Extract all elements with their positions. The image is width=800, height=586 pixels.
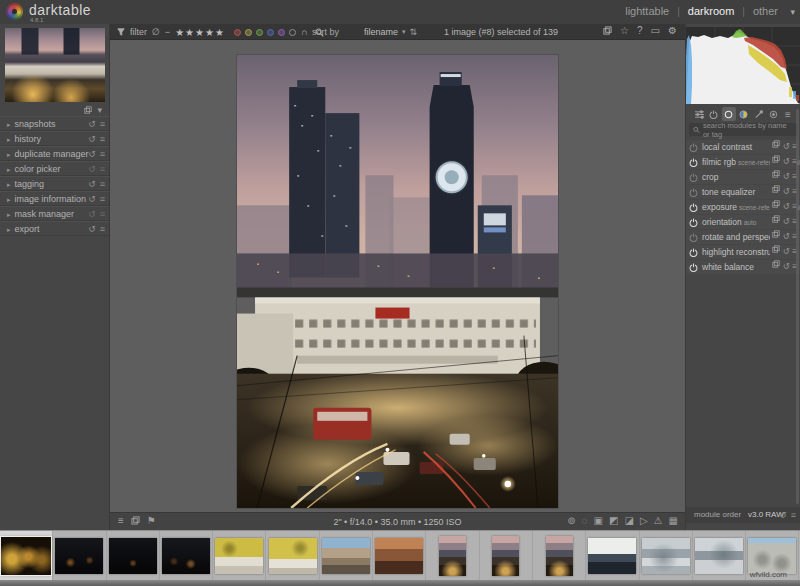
multi-instance-icon[interactable] <box>772 140 780 148</box>
reset-icon[interactable]: ↺ <box>783 170 790 184</box>
presets-icon[interactable]: ≡ <box>100 132 105 147</box>
filmstrip-thumbnail[interactable] <box>53 531 106 580</box>
panel-scrollbar[interactable] <box>796 109 799 504</box>
module-tone-equalizer[interactable]: tone equalizer↺≡ <box>686 185 800 199</box>
sidebar-item-image-information[interactable]: ▸image information↺≡ <box>0 191 110 206</box>
filmstrip-thumbnail[interactable] <box>586 531 639 580</box>
power-icon[interactable] <box>689 158 698 167</box>
reset-icon[interactable]: ↺ <box>779 507 787 523</box>
power-icon[interactable] <box>689 263 698 272</box>
presets-icon[interactable]: ≡ <box>100 207 105 222</box>
power-icon[interactable] <box>689 218 698 227</box>
reset-icon[interactable]: ↺ <box>783 200 790 214</box>
reset-icon[interactable]: ↺ <box>88 207 96 222</box>
ratings-icon[interactable]: ☆ <box>620 25 629 36</box>
module-order-row[interactable]: module order v3.0 RAW ↺≡ <box>686 507 800 523</box>
module-orientation[interactable]: orientationauto↺≡ <box>686 215 800 229</box>
sidebar-item-mask-manager[interactable]: ▸mask manager↺≡ <box>0 206 110 221</box>
filmstrip-thumbnail-selected[interactable] <box>0 531 53 580</box>
power-icon[interactable] <box>689 233 698 242</box>
color-label-gray[interactable] <box>289 29 296 36</box>
gamut-check-icon[interactable]: ⚠ <box>654 515 663 526</box>
filmstrip-thumbnail[interactable] <box>533 531 586 580</box>
multi-instance-icon[interactable] <box>772 245 780 253</box>
color-label-green[interactable] <box>256 29 263 36</box>
multi-instance-icon[interactable] <box>772 215 780 223</box>
module-rotate-and-perspective[interactable]: rotate and perspective↺≡ <box>686 230 800 244</box>
reset-icon[interactable]: ↺ <box>783 260 790 274</box>
reset-icon[interactable]: ↺ <box>783 230 790 244</box>
overexposed-icon[interactable]: ◩ <box>609 515 618 526</box>
module-filmic-rgb[interactable]: filmic rgbscene-referred default↺≡ <box>686 155 800 169</box>
multi-instance-icon[interactable] <box>772 185 780 193</box>
power-icon[interactable] <box>689 173 698 182</box>
presets-icon[interactable]: ≡ <box>100 192 105 207</box>
sidebar-item-color-picker[interactable]: ▸color picker↺≡ <box>0 161 110 176</box>
reset-icon[interactable]: ↺ <box>88 147 96 162</box>
view-lighttable[interactable]: lighttable <box>625 5 669 17</box>
chevron-down-icon[interactable]: ▾ <box>97 105 102 115</box>
power-icon[interactable] <box>689 143 698 152</box>
filmstrip-thumbnail[interactable] <box>213 531 266 580</box>
reset-icon[interactable]: ↺ <box>88 132 96 147</box>
presets-icon[interactable]: ≡ <box>791 507 796 523</box>
multi-instance-icon[interactable] <box>772 170 780 178</box>
sidebar-item-snapshots[interactable]: ▸snapshots↺≡ <box>0 116 110 131</box>
second-window-icon[interactable]: ▭ <box>651 25 660 36</box>
filmstrip-thumbnail[interactable] <box>320 531 373 580</box>
reset-icon[interactable]: ↺ <box>783 155 790 169</box>
histogram[interactable] <box>686 27 800 104</box>
reset-icon[interactable]: ↺ <box>88 192 96 207</box>
sidebar-item-tagging[interactable]: ▸tagging↺≡ <box>0 176 110 191</box>
effects-modules-tab[interactable] <box>751 107 765 121</box>
raw-overexposed-icon[interactable]: ▣ <box>594 515 603 526</box>
multi-instance-icon[interactable] <box>772 200 780 208</box>
reject-filter-icon[interactable]: ∅ <box>152 27 160 37</box>
reset-icon[interactable]: ↺ <box>88 162 96 177</box>
filter-funnel-icon[interactable] <box>117 28 125 36</box>
sort-order-icon[interactable]: ⇅ <box>410 27 418 37</box>
power-icon[interactable] <box>689 188 698 197</box>
reset-icon[interactable]: ↺ <box>783 185 790 199</box>
presets-icon[interactable]: ≡ <box>100 177 105 192</box>
filmstrip-thumbnail[interactable] <box>693 531 746 580</box>
power-icon[interactable] <box>689 248 698 257</box>
sidebar-item-duplicate-manager[interactable]: ▸duplicate manager↺≡ <box>0 146 110 161</box>
gear-icon[interactable]: ⚙ <box>668 25 677 36</box>
presets-icon[interactable]: ≡ <box>100 222 105 237</box>
filmstrip-thumbnail[interactable] <box>107 531 160 580</box>
multi-instance-icon[interactable] <box>772 230 780 238</box>
hamburger-menu-icon[interactable]: ≡ <box>781 107 795 121</box>
technical-modules-tab[interactable] <box>722 107 736 121</box>
profile-icon[interactable] <box>84 106 92 114</box>
presets-icon[interactable]: ≡ <box>100 147 105 162</box>
grading-modules-tab[interactable] <box>736 107 750 121</box>
intersect-icon[interactable]: ∩ <box>301 27 307 37</box>
color-assessment-icon[interactable]: ◌ <box>582 515 588 526</box>
filmstrip-thumbnail[interactable] <box>480 531 533 580</box>
module-exposure[interactable]: exposurescene-referred default↺≡ <box>686 200 800 214</box>
special-modules-tab[interactable] <box>766 107 780 121</box>
module-crop[interactable]: crop↺≡ <box>686 170 800 184</box>
power-icon[interactable] <box>689 203 698 212</box>
reset-icon[interactable]: ↺ <box>88 117 96 132</box>
view-darkroom[interactable]: darkroom <box>688 5 734 17</box>
view-other[interactable]: other <box>753 5 778 17</box>
module-search-input[interactable]: search modules by name or tag <box>689 123 798 136</box>
sidebar-item-history[interactable]: ▸history↺≡ <box>0 131 110 146</box>
guides-overlays-icon[interactable]: ▦ <box>669 515 678 526</box>
color-label-purple[interactable] <box>278 29 285 36</box>
main-image[interactable] <box>237 55 558 508</box>
softproof-icon[interactable]: ▷ <box>640 515 648 526</box>
darkroom-canvas[interactable] <box>110 41 685 512</box>
quick-access-panel-icon[interactable] <box>692 107 706 121</box>
reset-icon[interactable]: ↺ <box>783 215 790 229</box>
range-minus-icon[interactable]: − <box>165 27 170 37</box>
filmstrip-thumbnail[interactable] <box>426 531 479 580</box>
filmstrip-thumbnail[interactable] <box>266 531 319 580</box>
reset-icon[interactable]: ↺ <box>88 222 96 237</box>
focus-peaking-icon[interactable]: ⊚ <box>567 515 575 526</box>
reset-icon[interactable]: ↺ <box>783 140 790 154</box>
clipping-icon[interactable]: ◪ <box>624 515 633 526</box>
module-white-balance[interactable]: white balance↺≡ <box>686 260 800 274</box>
